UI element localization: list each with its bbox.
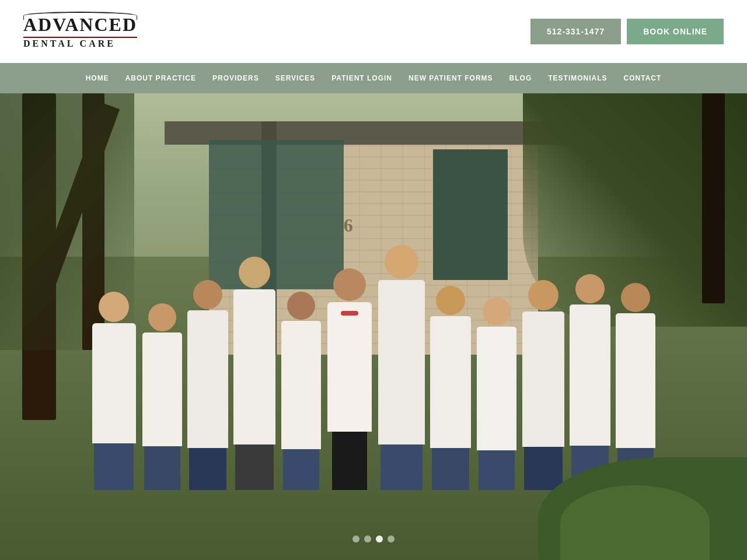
main-navbar: HOME ABOUT PRACTICE PROVIDERS SERVICES P… xyxy=(0,63,747,93)
building-number: 6 xyxy=(344,215,353,236)
person-1 xyxy=(90,292,138,490)
nav-item-new-patient-forms[interactable]: NEW PATIENT FORMS xyxy=(409,74,493,82)
logo-text-dental-care: DENTAL CARE xyxy=(23,38,116,49)
nav-item-services[interactable]: SERVICES xyxy=(275,74,315,82)
team-group xyxy=(90,247,658,490)
person-6 xyxy=(325,268,374,490)
logo-text-advanced: ADVANCED xyxy=(23,14,137,35)
slide-dot-4[interactable] xyxy=(388,536,395,542)
hero-section: 6 xyxy=(0,93,747,560)
logo[interactable]: ADVANCED DENTAL CARE xyxy=(23,14,137,49)
slide-indicators xyxy=(352,536,395,542)
person-5 xyxy=(280,292,323,490)
nav-item-contact[interactable]: CONTACT xyxy=(624,74,662,82)
person-8 xyxy=(429,286,472,490)
person-10 xyxy=(521,280,566,490)
slide-dot-1[interactable] xyxy=(352,536,359,542)
nav-item-patient-login[interactable]: PATIENT LOGIN xyxy=(331,74,392,82)
phone-button[interactable]: 512-331-1477 xyxy=(530,19,621,44)
person-7 xyxy=(376,245,427,490)
person-3 xyxy=(186,280,229,490)
hero-background: 6 xyxy=(0,93,747,560)
logo-advanced-wrapper: ADVANCED xyxy=(23,14,137,36)
nav-menu: HOME ABOUT PRACTICE PROVIDERS SERVICES P… xyxy=(86,74,662,82)
person-4 xyxy=(232,257,277,490)
nav-item-blog[interactable]: BLOG xyxy=(509,74,532,82)
person-2 xyxy=(140,303,183,490)
header-actions: 512-331-1477 BOOK ONLINE xyxy=(530,19,724,44)
slide-dot-2[interactable] xyxy=(364,536,371,542)
logo-underline xyxy=(23,37,137,38)
person-9 xyxy=(475,298,518,490)
foreground-bush-right-2 xyxy=(560,485,710,560)
site-header: ADVANCED DENTAL CARE 512-331-1477 BOOK O… xyxy=(0,0,747,63)
nav-item-home[interactable]: HOME xyxy=(86,74,109,82)
person-11 xyxy=(568,274,612,490)
book-online-button[interactable]: BOOK ONLINE xyxy=(627,19,724,44)
nav-item-providers[interactable]: PROVIDERS xyxy=(212,74,259,82)
nav-item-about[interactable]: ABOUT PRACTICE xyxy=(125,74,196,82)
tree-trunk-right xyxy=(702,93,724,303)
slide-dot-3[interactable] xyxy=(376,536,383,542)
nav-item-testimonials[interactable]: TESTIMONIALS xyxy=(548,74,607,82)
